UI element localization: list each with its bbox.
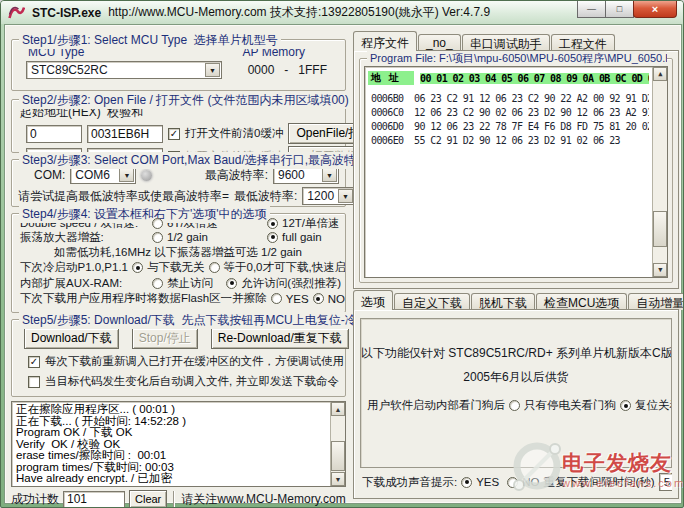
mcu-type-select[interactable]: STC89C52RC ▼ [26,61,222,79]
log-scrollbar-thumb[interactable] [331,441,345,471]
minimize-button[interactable]: — [577,1,606,18]
autoload-on-change-checkbox[interactable] [28,376,40,388]
aux-forbid-radio[interactable] [152,278,163,289]
checksum-input[interactable] [87,125,163,143]
sound-no-radio[interactable] [507,477,518,488]
tab-options[interactable]: 选项 [353,290,393,310]
close-button[interactable]: × [633,1,677,18]
log-scrollbar-track[interactable] [331,416,345,472]
p1-zero-radio[interactable] [209,262,220,273]
scroll-down-button[interactable]: ▼ [653,263,667,277]
watchdog-row: 用户软件启动内部看门狗后 只有停电关看门狗 复位关看门狗 [367,398,671,413]
success-count-input[interactable] [63,491,125,508]
hex-header-row: 地 址 00 01 02 03 04 05 06 07 08 09 0A 0B … [368,70,649,86]
watchdog-reset-radio[interactable] [620,400,631,411]
options-note-line1: 以下功能仅针对 STC89C51RC/RD+ 系列单片机新版本C版有效 [361,345,671,362]
step3-group: Step3/步骤3: Select COM Port,Max Baud/选择串行… [11,159,346,207]
tab-serial-assistant[interactable]: 串口调试助手 [462,34,550,51]
com-label: COM: [34,168,65,182]
autoload-on-change-label: 当目标代码发生变化后自动调入文件, 并立即发送下载命令 [45,374,339,389]
min-baud-select[interactable]: 1200 ▼ [302,187,355,205]
stop-button: Stop/停止 [132,328,198,349]
scroll-up-button[interactable]: ▲ [653,67,667,81]
aux-ram-label: 内部扩展AUX-RAM: [20,276,148,291]
options-note-line2: 2005年6月以后供货 [361,369,671,386]
step1-row: STC89C52RC ▼ 0000 - 1FFF [12,59,345,79]
step1-group: Step1/步骤1: Select MCU Type 选择单片机型号 MCU T… [11,39,346,91]
sound-yes-radio[interactable] [461,477,472,488]
step2-row-1: ✓ 打开文件前清0缓冲 OpenFile/打开文件 [12,121,345,144]
tab-no[interactable]: _no_ [418,34,461,51]
options-content-box: 以下功能仅针对 STC89C51RC/RD+ 系列单片机新版本C版有效 2005… [360,318,672,468]
sound-yes-label: YES [476,476,499,488]
hex-row-address: 0006E0 [368,135,414,146]
watchdog-label: 用户软件启动内部看门狗后 [367,398,505,413]
p1-unrelated-radio[interactable] [132,262,143,273]
gain-full-radio[interactable] [267,232,278,243]
p1-label: 下次冷启动P1.0,P1.1 [20,260,128,275]
hex-scrollbar[interactable]: ▲ ▼ [652,67,667,277]
log-line: Program OK / 下载 OK [16,427,325,439]
title-bar[interactable]: STC-ISP.exe http://www.MCU-Memory.com 技术… [1,1,683,24]
chevron-down-icon[interactable]: ▼ [205,63,220,77]
check-icon: ✓ [170,129,178,139]
option-tab-strip: 选项 自定义下载 脱机下载 检查MCU选项 自动增量 ISP DEMO ◄ ► [353,290,679,310]
redownload-interval-select[interactable]: 5 ▼ [659,473,672,491]
gain-half-radio[interactable] [152,232,163,243]
autoload-on-change-row: 当目标代码发生变化后自动调入文件, 并立即发送下载命令 [12,369,345,389]
tab-custom-download[interactable]: 自定义下载 [394,293,470,310]
max-baud-label: 最高波特率: [205,167,268,184]
hex-row-bytes: 55 C2 91 D2 90 12 06 23 D2 91 02 06 23 [414,135,649,146]
double-speed-6t-radio[interactable] [152,218,163,229]
scroll-down-button[interactable]: ▼ [331,472,345,486]
tab-program-file[interactable]: 程序文件 [353,31,417,51]
clear-count-button[interactable]: Clear [129,490,167,508]
log-output[interactable]: 正在擦除应用程序区... ( 00:01 ) 正在下载... ( 开始时间: 1… [11,401,346,487]
hex-row-bytes: 90 12 06 23 22 78 7F E4 F6 D8 FD 75 81 2… [414,121,649,132]
clear-buffer-label: 打开文件前清0缓冲 [185,126,283,141]
minimize-icon: — [587,5,596,14]
chevron-down-icon[interactable]: ▼ [119,168,134,182]
left-panel: Step1/步骤1: Select MCU Type 选择单片机型号 MCU T… [11,29,348,501]
scroll-up-button[interactable]: ▲ [331,402,345,416]
log-scrollbar[interactable]: ▲ ▼ [330,402,345,486]
step2-title: Step2/步骤2: Open File / 打开文件 (文件范围内未用区域填0… [19,92,352,109]
watchdog-poweroff-radio[interactable] [509,400,520,411]
hex-scrollbar-thumb[interactable] [653,211,667,247]
mcu-type-value: STC89C52RC [27,63,205,77]
redownload-button[interactable]: Re-Download/重复下载 [211,328,349,349]
step4-group: Step4/步骤4: 设置本框和右下方'选项'中的选项 Double speed… [11,213,346,313]
step3-row-2: 请尝试提高最低波特率或使最高波特率= 最低波特率: 1200 ▼ [12,184,345,205]
hex-scrollbar-track[interactable] [653,81,667,263]
clear-buffer-checkbox[interactable]: ✓ [168,128,180,140]
erase-flash-yes-radio[interactable] [271,293,282,304]
tab-project-file[interactable]: 工程文件 [551,34,615,51]
client-area: Step1/步骤1: Select MCU Type 选择单片机型号 MCU T… [4,24,682,504]
chevron-down-icon[interactable]: ▼ [322,168,337,182]
tab-check-mcu-options[interactable]: 检查MCU选项 [536,293,627,310]
aux-allow-label: 允许访问(强烈推荐) [241,276,341,291]
hex-row-address: 0006B0 [368,93,414,104]
ap-memory-range: 0000 - 1FFF [248,63,327,77]
erase-flash-no-radio[interactable] [313,293,324,304]
tab-offline-download[interactable]: 脱机下载 [471,293,535,310]
hex-row-bytes: 06 23 C2 91 12 06 23 C2 90 22 A2 00 92 9… [414,93,649,104]
double-speed-12t-radio[interactable] [267,218,278,229]
start-address-input[interactable] [26,125,82,143]
maximize-button[interactable]: □ [605,1,634,18]
program-file-group: Program File: F:\项目\mpu-6050\MPU-6050程序\… [359,58,673,283]
download-button[interactable]: Download/下载 [24,328,119,349]
reload-before-download-checkbox[interactable]: ✓ [28,356,40,368]
app-icon [8,5,25,20]
min-baud-value: 1200 [303,189,338,203]
status-divider [173,491,175,507]
window-title-info: http://www.MCU-Memory.com 技术支持:139228051… [108,4,490,21]
chevron-down-icon[interactable]: ▼ [338,189,353,203]
hex-row: 0006B0 06 23 C2 91 12 06 23 C2 90 22 A2 … [368,91,649,105]
tab-auto-increment[interactable]: 自动增量 [628,293,684,310]
hex-viewer[interactable]: 地 址 00 01 02 03 04 05 06 07 08 09 0A 0B … [364,66,668,278]
step1-title: Step1/步骤1: Select MCU Type 选择单片机型号 [19,32,281,49]
aux-allow-radio[interactable] [226,278,237,289]
upgrade-notice: 请关注www.MCU-Memory.com网站,及时升级 [181,491,346,508]
com-port-status-icon [141,170,152,181]
